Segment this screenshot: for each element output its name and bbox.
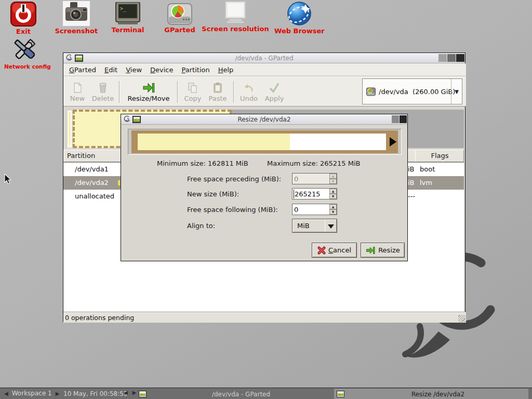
taskbar: ◀ Workspace 1 ▶ 10 May, Fri 00:58:55 ◀ ▶…	[0, 388, 532, 399]
clipped-size-text: iB	[408, 165, 415, 173]
menu-device[interactable]: Device	[150, 66, 173, 74]
desktop-icon-label: Terminal	[110, 26, 145, 34]
column-header-flags[interactable]: Flags	[415, 152, 464, 159]
spinner-buttons: ▲▼	[329, 174, 337, 184]
maximize-button[interactable]	[447, 54, 456, 62]
desktop-icon-label: Network config	[4, 63, 46, 70]
desktop-icon-gparted[interactable]: GParted	[163, 3, 196, 34]
free-space-following-input[interactable]: 0 ▲▼	[292, 204, 337, 215]
main-titlebar[interactable]: /dev/vda - GParted	[63, 53, 465, 63]
desktop-icon-screenshot[interactable]: Screenshot	[54, 1, 99, 35]
desktop-icon-exit[interactable]: Exit	[8, 2, 38, 35]
toolbar-resize-move-label: Resize/Move	[128, 95, 170, 102]
partition-name: /dev/vda2	[75, 179, 109, 187]
apply-checkmark-icon	[268, 82, 281, 94]
minimize-button[interactable]	[438, 54, 447, 62]
clipped-size-text: ---	[408, 192, 415, 200]
resize-button[interactable]: Resize	[361, 243, 405, 258]
resize-right-handle-arrow[interactable]	[390, 137, 396, 147]
desktop-icon-network-config[interactable]: Network config	[4, 36, 46, 70]
free-space-following-label: Free space following (MiB):	[187, 206, 278, 214]
menu-view[interactable]: View	[126, 66, 142, 74]
device-dropdown-arrow[interactable]: ▼	[451, 79, 462, 104]
resize-label: Resize	[378, 246, 400, 254]
gparted-window-icon	[132, 116, 141, 123]
desktop-icon-label: Exit	[8, 28, 38, 35]
undo-icon	[243, 82, 255, 94]
wm-spiral-icon	[123, 115, 130, 123]
menu-gparted[interactable]: GParted	[69, 66, 96, 74]
device-size: (260.00 GiB)	[413, 88, 455, 96]
resize-slider-frame	[128, 129, 402, 155]
spin-up-icon: ▲	[329, 204, 337, 209]
free-space-preceding-input: 0 ▲▼	[292, 173, 337, 184]
new-size-input[interactable]: 265215 ▲▼	[292, 188, 337, 200]
spin-down-icon: ▼	[329, 179, 337, 184]
menu-partition[interactable]: Partition	[182, 66, 210, 74]
device-disk-icon	[366, 87, 376, 96]
toolbar-undo-button[interactable]: Undo	[237, 78, 261, 106]
column-header-partition[interactable]: Partition	[67, 152, 95, 159]
close-button[interactable]	[456, 54, 464, 62]
resize-slider-partition-border[interactable]	[131, 130, 398, 153]
cancel-button[interactable]: Cancel	[312, 243, 357, 258]
menu-help[interactable]: Help	[218, 66, 234, 74]
toolbar-resize-move-button[interactable]: Resize/Move	[123, 78, 175, 106]
task-gparted-icon	[337, 391, 344, 397]
toolbar-separator	[119, 81, 120, 103]
copy-icon	[187, 82, 199, 94]
svg-text:>_: >_	[120, 6, 127, 12]
partition-visual-vda1[interactable]	[68, 111, 72, 147]
spin-down-icon: ▼	[329, 209, 337, 215]
dialog-titlebar[interactable]: Resize /dev/vda2	[121, 114, 407, 125]
clipped-size-text: iB	[408, 179, 415, 187]
align-to-label: Align to:	[187, 222, 215, 230]
mouse-cursor	[4, 174, 11, 185]
toolbar-paste-button[interactable]: Paste	[205, 78, 231, 106]
globe-icon	[286, 1, 313, 26]
power-exit-icon	[10, 2, 36, 26]
dropdown-selected-value: MiB	[297, 222, 310, 230]
resize-grip[interactable]	[458, 315, 466, 322]
toolbar-delete-button[interactable]: Delete	[89, 78, 116, 106]
main-window-title: /dev/vda - GParted	[95, 53, 434, 63]
tasklist-prev-icon[interactable]: ◀	[124, 390, 128, 395]
menu-edit[interactable]: Edit	[104, 66, 117, 74]
desktop-icon-terminal[interactable]: >_ Terminal	[110, 2, 145, 34]
flags-value: lvm	[420, 179, 432, 187]
resize-arrow-icon	[365, 246, 376, 255]
filesystem-color-swatch	[118, 180, 120, 185]
delete-partition-icon	[97, 82, 109, 94]
toolbar-new-label: New	[70, 95, 85, 102]
spinner-buttons[interactable]: ▲▼	[329, 189, 337, 199]
dialog-close-button[interactable]	[400, 115, 407, 123]
dropdown-divider	[325, 220, 325, 231]
toolbar-copy-button[interactable]: Copy	[181, 78, 205, 106]
toolbar-apply-button[interactable]: Apply	[261, 78, 288, 106]
paste-icon	[211, 82, 224, 94]
toolbar-apply-label: Apply	[265, 95, 284, 102]
device-selector[interactable]: /dev/vda (260.00 GiB) ▼	[362, 78, 462, 104]
toolbar-paste-label: Paste	[208, 95, 227, 102]
camera-icon	[63, 1, 90, 26]
gparted-disk-icon	[167, 3, 192, 25]
desktop-icon-web-browser[interactable]: Web Browser	[274, 1, 324, 35]
dialog-minimize-button[interactable]	[392, 115, 399, 123]
toolbar-separator	[233, 81, 234, 103]
workspace-label: Workspace 1	[12, 390, 52, 397]
minimum-size-text: Minimum size: 162811 MiB	[157, 159, 248, 167]
taskbar-task-resize-dialog-active[interactable]: Resize /dev/vda2	[334, 389, 528, 399]
align-to-dropdown[interactable]: MiB	[292, 219, 337, 233]
taskbar-task-gparted[interactable]: /dev/vda - GParted	[136, 389, 332, 399]
spinner-buttons[interactable]: ▲▼	[329, 204, 337, 215]
resize-move-icon	[142, 82, 155, 94]
wm-spiral-icon	[65, 54, 73, 62]
toolbar-new-button[interactable]: New	[65, 78, 89, 106]
status-bar: 0 operations pending	[63, 312, 466, 323]
desktop-icon-screen-resolution[interactable]: Screen resolution	[199, 1, 272, 33]
workspace-next-icon[interactable]: ▶	[56, 391, 60, 396]
workspace-prev-icon[interactable]: ◀	[4, 391, 8, 396]
toolbar: New Delete Resize/Move	[63, 76, 466, 107]
partition-name: /dev/vda1	[75, 165, 109, 173]
desktop-icon-label: GParted	[163, 26, 196, 34]
